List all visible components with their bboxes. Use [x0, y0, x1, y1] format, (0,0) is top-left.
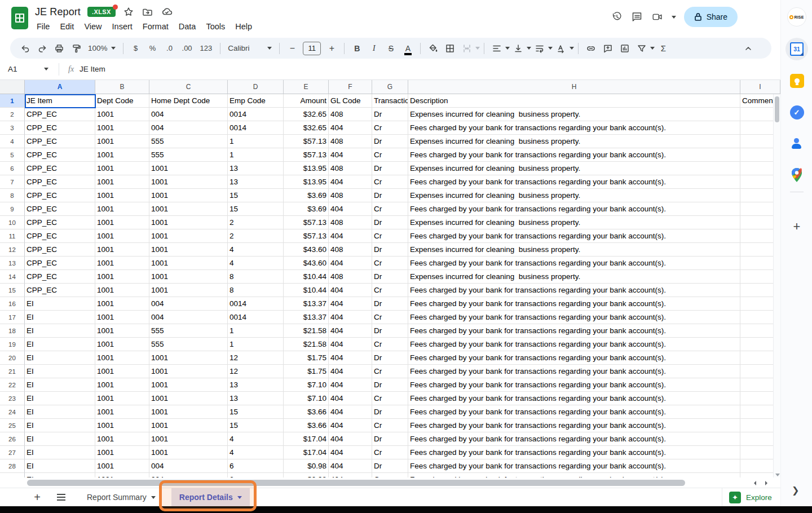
cell-E11[interactable]: $57.13	[284, 229, 329, 243]
cell-C27[interactable]: 1001	[149, 446, 228, 459]
cell-E9[interactable]: $3.69	[284, 202, 329, 216]
cell-C17[interactable]: 004	[149, 311, 228, 324]
tab-scroll-left-arrow[interactable]	[751, 480, 759, 487]
cell-G4[interactable]: Dr	[372, 135, 408, 148]
print-button[interactable]	[52, 41, 67, 56]
cell-C18[interactable]: 555	[149, 324, 228, 338]
cell-C29[interactable]: 004	[149, 473, 228, 477]
cell-C4[interactable]: 555	[149, 135, 228, 148]
cell-B14[interactable]: 1001	[95, 270, 149, 284]
cell-D18[interactable]: 1	[228, 324, 284, 338]
cell-E5[interactable]: $57.13	[284, 148, 329, 162]
document-title[interactable]: JE Report	[35, 6, 81, 18]
share-button[interactable]: Share	[684, 7, 738, 27]
bold-button[interactable]: B	[350, 41, 364, 56]
cell-D14[interactable]: 8	[228, 270, 284, 284]
cell-B23[interactable]: 1001	[95, 392, 149, 405]
cell-B16[interactable]: 1001	[95, 297, 149, 311]
text-color-button[interactable]: A	[400, 41, 415, 56]
cell-A18[interactable]: EI	[25, 324, 95, 338]
cell-D15[interactable]: 8	[228, 284, 284, 297]
paint-format-button[interactable]	[69, 41, 83, 56]
comment-history-icon[interactable]	[631, 11, 643, 23]
cell-C2[interactable]: 004	[149, 108, 228, 121]
sheets-logo-icon[interactable]	[11, 7, 28, 29]
cell-H17[interactable]: Fees charged by your bank for transactio…	[408, 311, 740, 324]
cell-A29[interactable]: EI	[25, 473, 95, 477]
cell-D24[interactable]: 15	[228, 405, 284, 419]
cell-A6[interactable]: CPP_EC	[25, 162, 95, 175]
explore-button[interactable]: ✦ Explore	[722, 488, 780, 507]
cell-C7[interactable]: 1001	[149, 175, 228, 189]
row-header-7[interactable]: 7	[0, 175, 25, 189]
row-header-1[interactable]: 1	[0, 94, 25, 108]
vertical-scroll-down-arrow[interactable]	[775, 474, 780, 476]
cell-C16[interactable]: 004	[149, 297, 228, 311]
format-percent-button[interactable]: %	[145, 41, 160, 56]
font-size-input[interactable]: 11	[303, 42, 321, 55]
cell-B22[interactable]: 1001	[95, 378, 149, 392]
horizontal-align-button[interactable]	[489, 41, 504, 56]
cell-G17[interactable]: Cr	[372, 311, 408, 324]
more-formats-button[interactable]: 123	[197, 41, 215, 56]
cell-H10[interactable]: Expenses incurred for cleaning business …	[408, 216, 740, 229]
cell-F17[interactable]: 404	[329, 311, 372, 324]
cell-G15[interactable]: Cr	[372, 284, 408, 297]
cell-E16[interactable]: $13.37	[284, 297, 329, 311]
cell-G27[interactable]: Cr	[372, 446, 408, 459]
row-header-2[interactable]: 2	[0, 108, 25, 121]
cell-D7[interactable]: 13	[228, 175, 284, 189]
video-call-icon[interactable]	[651, 11, 664, 23]
row-header-28[interactable]: 28	[0, 459, 25, 473]
cell-B15[interactable]: 1001	[95, 284, 149, 297]
column-header-C[interactable]: C	[149, 80, 228, 94]
cell-B13[interactable]: 1001	[95, 256, 149, 270]
cell-A24[interactable]: EI	[25, 405, 95, 419]
cell-H26[interactable]: Fees charged by your bank for transactio…	[408, 432, 740, 446]
cell-G7[interactable]: Cr	[372, 175, 408, 189]
cell-A11[interactable]: CPP_EC	[25, 229, 95, 243]
cell-C19[interactable]: 555	[149, 338, 228, 351]
cell-H11[interactable]: Fees charged by your bank for transactio…	[408, 229, 740, 243]
tab-report-summary-caret[interactable]	[151, 496, 156, 499]
cell-A12[interactable]: CPP_EC	[25, 243, 95, 256]
cell-B18[interactable]: 1001	[95, 324, 149, 338]
account-avatar[interactable]: RISE	[787, 7, 806, 26]
cell-D3[interactable]: 0014	[228, 121, 284, 135]
cell-F19[interactable]: 404	[329, 338, 372, 351]
cell-F28[interactable]: 404	[329, 459, 372, 473]
cell-A2[interactable]: CPP_EC	[25, 108, 95, 121]
version-history-icon[interactable]	[611, 11, 623, 23]
cell-C12[interactable]: 1001	[149, 243, 228, 256]
contacts-sidebar-item[interactable]	[785, 132, 808, 155]
cell-D29[interactable]: 6	[228, 473, 284, 477]
cell-H3[interactable]: Fees charged by your bank for transactio…	[408, 121, 740, 135]
cell-H24[interactable]: Fees charged by your bank for transactio…	[408, 405, 740, 419]
cell-F14[interactable]: 408	[329, 270, 372, 284]
cell-B10[interactable]: 1001	[95, 216, 149, 229]
cell-A17[interactable]: EI	[25, 311, 95, 324]
cell-C22[interactable]: 1001	[149, 378, 228, 392]
cell-H4[interactable]: Expenses incurred for cleaning business …	[408, 135, 740, 148]
vertical-scrollbar-thumb[interactable]	[775, 96, 779, 122]
cell-F24[interactable]: 404	[329, 405, 372, 419]
cell-F27[interactable]: 404	[329, 446, 372, 459]
cell-A23[interactable]: EI	[25, 392, 95, 405]
cell-F22[interactable]: 404	[329, 378, 372, 392]
vertical-align-caret[interactable]	[527, 47, 531, 50]
cell-G2[interactable]: Dr	[372, 108, 408, 121]
cell-E3[interactable]: $32.65	[284, 121, 329, 135]
row-header-22[interactable]: 22	[0, 378, 25, 392]
get-addons-button[interactable]: +	[785, 215, 808, 238]
cell-B27[interactable]: 1001	[95, 446, 149, 459]
row-header-21[interactable]: 21	[0, 365, 25, 378]
cell-E4[interactable]: $57.13	[284, 135, 329, 148]
strikethrough-button[interactable]: S	[383, 41, 398, 56]
cell-B5[interactable]: 1001	[95, 148, 149, 162]
cell-D21[interactable]: 12	[228, 365, 284, 378]
cell-H18[interactable]: Fees charged by your bank for transactio…	[408, 324, 740, 338]
horizontal-align-caret[interactable]	[505, 47, 510, 50]
cell-D23[interactable]: 13	[228, 392, 284, 405]
menu-tools[interactable]: Tools	[201, 20, 230, 33]
column-header-E[interactable]: E	[284, 80, 329, 94]
